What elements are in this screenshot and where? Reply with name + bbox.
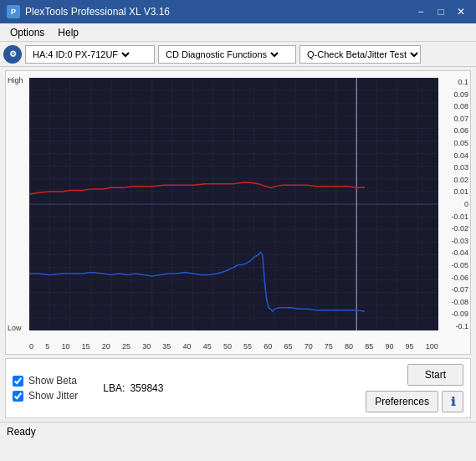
- lba-label: LBA:: [103, 382, 125, 394]
- y-axis-right: 0.1 0.09 0.08 0.07 0.06 0.05 0.04 0.03 0…: [451, 78, 468, 330]
- show-beta-checkbox[interactable]: [13, 376, 23, 387]
- maximize-button[interactable]: □: [432, 4, 449, 19]
- minimize-button[interactable]: −: [412, 4, 429, 19]
- menu-bar: Options Help: [0, 23, 476, 42]
- app-icon: P: [7, 5, 20, 18]
- status-text: Ready: [7, 426, 36, 438]
- high-label: High: [8, 76, 23, 85]
- preferences-area: Preferences ℹ: [366, 391, 463, 412]
- title-bar: P PlexTools Professional XL V3.16 − □ ✕: [0, 0, 476, 23]
- show-jitter-checkbox[interactable]: [13, 391, 23, 402]
- bottom-panel: Show Beta Show Jitter LBA: 359843 Start …: [5, 358, 471, 418]
- chart-canvas: [29, 78, 438, 330]
- menu-help[interactable]: Help: [51, 25, 85, 40]
- test-dropdown[interactable]: Q-Check Beta/Jitter Test: [299, 45, 421, 64]
- lba-section: LBA: 359843: [103, 382, 163, 394]
- window-title: PlexTools Professional XL V3.16: [25, 6, 170, 18]
- checkboxes: Show Beta Show Jitter: [13, 375, 78, 402]
- show-jitter-label: Show Jitter: [28, 390, 78, 402]
- low-label: Low: [8, 324, 22, 332]
- test-select[interactable]: Q-Check Beta/Jitter Test: [304, 49, 421, 60]
- info-button[interactable]: ℹ: [442, 391, 463, 412]
- device-icon: ⚙: [3, 45, 22, 64]
- toolbar: ⚙ HA:4 ID:0 PX-712UF CD Diagnostic Funct…: [0, 42, 476, 67]
- status-bar: Ready: [0, 422, 476, 440]
- x-axis-labels: 0 5 10 15 20 25 30 35 40 45 50 55 60 65 …: [29, 342, 438, 351]
- show-beta-row: Show Beta: [13, 375, 78, 387]
- device-dropdown[interactable]: HA:4 ID:0 PX-712UF: [25, 45, 155, 64]
- close-button[interactable]: ✕: [453, 4, 469, 19]
- device-select[interactable]: HA:4 ID:0 PX-712UF: [29, 49, 132, 60]
- function-select[interactable]: CD Diagnostic Functions: [162, 49, 281, 60]
- title-bar-left: P PlexTools Professional XL V3.16: [7, 5, 170, 18]
- title-bar-controls: − □ ✕: [412, 4, 469, 19]
- start-button[interactable]: Start: [407, 364, 463, 386]
- menu-options[interactable]: Options: [3, 25, 51, 40]
- show-jitter-row: Show Jitter: [13, 390, 78, 402]
- chart-canvas-container: [29, 78, 438, 330]
- lba-value: 359843: [130, 382, 163, 394]
- show-beta-label: Show Beta: [28, 375, 77, 387]
- function-dropdown[interactable]: CD Diagnostic Functions: [158, 45, 296, 64]
- chart-area: High Low 0.1 0.09 0.08 0.07 0.06 0.05 0.…: [5, 70, 471, 355]
- preferences-button[interactable]: Preferences: [366, 391, 438, 412]
